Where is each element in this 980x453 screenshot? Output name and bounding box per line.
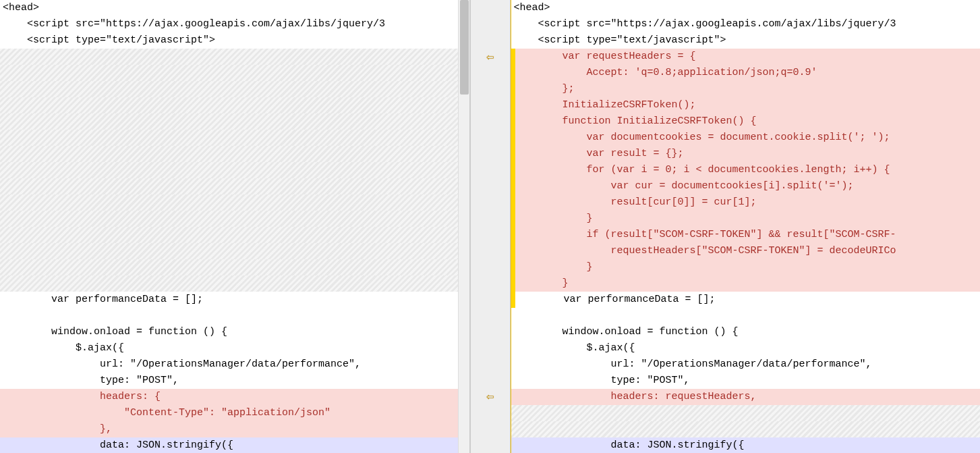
left-line[interactable]: window.onload = function () { <box>0 324 469 340</box>
gutter-cell <box>471 16 510 32</box>
left-scrollbar-thumb[interactable] <box>460 0 469 95</box>
right-line[interactable]: if (result["SCOM-CSRF-TOKEN"] && result[… <box>511 227 981 243</box>
right-line[interactable]: result[cur[0]] = cur[1]; <box>511 194 981 211</box>
right-line[interactable]: var performanceData = []; <box>511 292 981 308</box>
left-line[interactable] <box>0 275 469 292</box>
right-line[interactable]: }; <box>511 81 981 97</box>
left-code-area[interactable]: <head> <script src="https://ajax.googlea… <box>0 0 469 453</box>
left-line[interactable] <box>0 243 469 259</box>
gutter-cell <box>471 81 510 97</box>
right-line[interactable]: $.ajax({ <box>511 340 981 356</box>
right-code-area[interactable]: <head> <script src="https://ajax.googlea… <box>511 0 981 453</box>
gutter-cell <box>471 437 510 453</box>
diff-viewer: <head> <script src="https://ajax.googlea… <box>0 0 980 453</box>
right-line[interactable]: url: "/OperationsManager/data/performanc… <box>511 356 981 373</box>
left-line[interactable] <box>0 81 469 97</box>
right-line[interactable]: for (var i = 0; i < documentcookies.leng… <box>511 162 981 178</box>
left-line[interactable] <box>0 194 469 211</box>
left-line[interactable] <box>0 113 469 130</box>
gutter-cell <box>471 421 510 437</box>
left-line[interactable] <box>0 259 469 275</box>
gutter-cell <box>471 162 510 178</box>
left-line[interactable]: <script src="https://ajax.googleapis.com… <box>0 16 469 32</box>
left-scrollbar[interactable] <box>458 0 469 453</box>
left-line[interactable]: <head> <box>0 0 469 16</box>
gutter-cell <box>471 356 510 372</box>
gutter-cell: ⇦ <box>471 49 510 65</box>
left-line[interactable] <box>0 178 469 194</box>
gutter-cell <box>471 211 510 227</box>
merge-left-icon[interactable]: ⇦ <box>486 49 494 64</box>
left-line[interactable]: $.ajax({ <box>0 340 469 356</box>
gutter-cell <box>471 291 510 307</box>
left-line[interactable]: headers: { <box>0 389 469 405</box>
right-line[interactable]: } <box>511 259 981 275</box>
right-line[interactable]: var cur = documentcookies[i].split('='); <box>511 178 981 194</box>
gutter-cell <box>471 113 510 130</box>
gutter-cell <box>471 307 510 323</box>
gutter-cell <box>471 65 510 81</box>
left-line[interactable] <box>0 130 469 146</box>
left-line[interactable]: "Content-Type": "application/json" <box>0 405 469 421</box>
right-line[interactable] <box>511 405 981 421</box>
gutter-cell <box>471 97 510 113</box>
left-line[interactable] <box>0 162 469 178</box>
right-line[interactable]: var result = {}; <box>511 146 981 162</box>
left-line[interactable] <box>0 227 469 243</box>
gutter-cell <box>471 259 510 275</box>
gutter-cell <box>471 404 510 421</box>
gutter-cell <box>471 243 510 259</box>
merge-left-icon[interactable]: ⇦ <box>486 389 494 404</box>
right-line[interactable] <box>511 308 981 324</box>
gutter-cell <box>471 32 510 49</box>
left-pane[interactable]: <head> <script src="https://ajax.googlea… <box>0 0 470 453</box>
gutter-cell <box>471 194 510 211</box>
right-line[interactable]: var requestHeaders = { <box>511 49 981 65</box>
gutter-cell <box>471 146 510 162</box>
left-line[interactable] <box>0 211 469 227</box>
change-marker <box>511 49 515 308</box>
gutter-cell <box>471 130 510 146</box>
right-line[interactable]: var documentcookies = document.cookie.sp… <box>511 130 981 146</box>
left-line[interactable]: }, <box>0 421 469 437</box>
right-line[interactable]: } <box>511 211 981 227</box>
left-line[interactable]: data: JSON.stringify({ <box>0 437 469 453</box>
right-line[interactable] <box>511 421 981 437</box>
left-line[interactable]: <script type="text/javascript"> <box>0 32 469 49</box>
right-line[interactable]: headers: requestHeaders, <box>511 389 981 405</box>
right-line[interactable]: Accept: 'q=0.8;application/json;q=0.9' <box>511 65 981 81</box>
left-line[interactable] <box>0 97 469 113</box>
gutter-cell <box>471 178 510 194</box>
left-line[interactable]: type: "POST", <box>0 373 469 389</box>
right-line[interactable]: <script type="text/javascript"> <box>511 32 981 49</box>
gutter-cell <box>471 323 510 340</box>
left-line[interactable] <box>0 65 469 81</box>
left-line[interactable]: var performanceData = []; <box>0 292 469 308</box>
right-line[interactable]: function InitializeCSRFToken() { <box>511 113 981 130</box>
right-line[interactable]: requestHeaders["SCOM-CSRF-TOKEN"] = deco… <box>511 243 981 259</box>
left-line[interactable] <box>0 49 469 65</box>
gutter-cell <box>471 0 510 16</box>
left-line[interactable]: url: "/OperationsManager/data/performanc… <box>0 356 469 373</box>
gutter-cell: ⇦ <box>471 388 510 404</box>
left-line[interactable] <box>0 146 469 162</box>
gutter-cell <box>471 227 510 243</box>
right-line[interactable]: <script src="https://ajax.googleapis.com… <box>511 16 981 32</box>
right-line[interactable]: window.onload = function () { <box>511 324 981 340</box>
right-line[interactable]: } <box>511 275 981 292</box>
right-line[interactable]: <head> <box>511 0 981 16</box>
right-line[interactable]: data: JSON.stringify({ <box>511 437 981 453</box>
right-line[interactable]: type: "POST", <box>511 373 981 389</box>
left-line[interactable] <box>0 308 469 324</box>
diff-gutter: ⇦⇦ <box>470 0 511 453</box>
gutter-cell <box>471 372 510 388</box>
gutter-cell <box>471 340 510 356</box>
right-pane[interactable]: <head> <script src="https://ajax.googlea… <box>511 0 981 453</box>
gutter-cell <box>471 275 510 291</box>
right-line[interactable]: InitializeCSRFToken(); <box>511 97 981 113</box>
